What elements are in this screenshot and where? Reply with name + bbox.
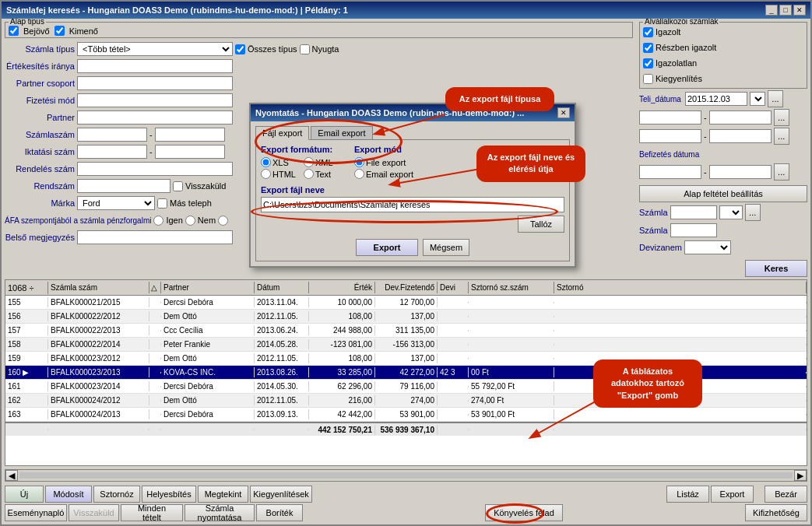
modal-action-buttons: Export Mégsem [261,239,564,256]
megsem-button[interactable]: Mégsem [423,239,469,256]
export-fajl-label: Export fájl neve [261,185,564,195]
html-option[interactable]: HTML [261,169,296,179]
export-mod-label: Export mód [354,145,413,154]
export-mod-section: Export mód File export Email export [354,145,413,179]
modal-tab-bar: Fájl export Email export [255,126,570,140]
modal-content: Fájl export Email export Export formátum… [251,121,575,266]
export-formatum-section: Export formátum: XLS XML [261,145,339,179]
file-export-radio[interactable] [354,157,364,167]
xml-radio[interactable] [304,157,314,167]
tab-fajl-export[interactable]: Fájl export [255,126,309,140]
modal-close-button[interactable]: ✕ [557,107,570,118]
file-export-label: File export [366,158,406,167]
export-button[interactable]: Export [356,239,418,256]
modal-tab-content: Export formátum: XLS XML [255,140,570,261]
text-option[interactable]: Text [304,169,339,179]
xls-option[interactable]: XLS [261,157,296,167]
export-options-row: Export formátum: XLS XML [261,145,564,179]
html-radio[interactable] [261,169,271,179]
main-window: Számlafej keresés - Hungarian DOAS3 Demo… [0,0,812,526]
export-mod-options: File export Email export [354,157,413,179]
export-modal: Nyomtatás - Hungarian DOAS3 Demo (rubin-… [249,103,576,268]
email-export-option[interactable]: Email export [354,169,413,179]
xls-label: XLS [272,158,289,167]
file-export-option[interactable]: File export [354,157,413,167]
email-export-label: Email export [366,170,413,179]
email-export-radio[interactable] [354,169,364,179]
text-label: Text [315,170,331,179]
xls-radio[interactable] [261,157,271,167]
xml-label: XML [315,158,333,167]
modal-title-bar: Nyomtatás - Hungarian DOAS3 Demo (rubin-… [251,104,575,121]
html-label: HTML [272,170,296,179]
export-fajl-section: Export fájl neve Tallóz [261,185,564,233]
tab-email-export[interactable]: Email export [311,126,372,139]
export-formatum-options: XLS XML HTML [261,157,339,179]
modal-title-text: Nyomtatás - Hungarian DOAS3 Demo (rubin-… [255,108,524,117]
export-fajl-row [261,197,564,212]
talloz-row: Tallóz [261,216,564,233]
text-radio[interactable] [304,169,314,179]
export-formatum-label: Export formátum: [261,145,339,154]
modal-overlay: Nyomtatás - Hungarian DOAS3 Demo (rubin-… [2,2,810,524]
export-fajl-input[interactable] [261,197,564,212]
talloz-button[interactable]: Tallóz [518,216,564,233]
xml-option[interactable]: XML [304,157,339,167]
